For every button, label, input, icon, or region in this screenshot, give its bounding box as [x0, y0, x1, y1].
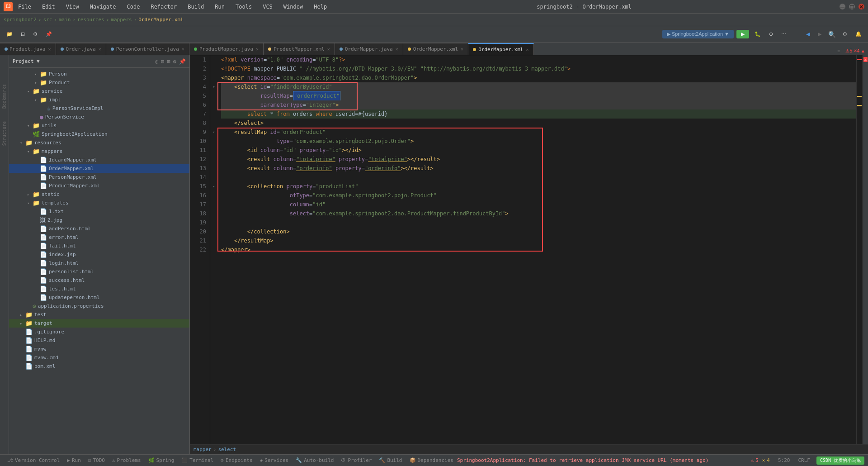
tree-item-static[interactable]: ▸ 📁 static — [9, 190, 189, 199]
tree-item-1txt[interactable]: 📄 1.txt — [9, 207, 189, 216]
tree-item-updateperson-html[interactable]: 📄 updateperson.html — [9, 293, 189, 302]
toolbar-collapse[interactable]: ⊟ — [18, 30, 28, 38]
tab-order-mapper-xml-1[interactable]: OrderMapper.xml ✕ — [403, 43, 468, 55]
breadcrumb-src[interactable]: src — [43, 17, 52, 23]
status-build[interactable]: 🔨 Build — [375, 457, 406, 463]
tree-item-product-mapper-xml[interactable]: 📄 ProductMapper.xml — [9, 181, 189, 190]
tree-item-idcard-mapper[interactable]: 📄 IdcardMapper.xml — [9, 156, 189, 164]
sidebar-expand-icon[interactable]: ⊞ — [167, 58, 170, 65]
status-profiler[interactable]: ⏱ Profiler — [337, 457, 375, 463]
tree-item-index-jsp[interactable]: 📄 index.jsp — [9, 250, 189, 259]
tree-item-help-md[interactable]: 📄 HELP.md — [9, 336, 189, 345]
tab-order-java[interactable]: Order.java ✕ — [56, 43, 106, 55]
tree-item-utils[interactable]: ▾ 📁 utils — [9, 121, 189, 130]
status-auto-build[interactable]: 🔧 Auto-build — [292, 457, 337, 463]
search-everywhere-button[interactable]: 🔍 — [827, 29, 837, 39]
tree-item-templates[interactable]: ▾ 📁 templates — [9, 199, 189, 207]
status-problems[interactable]: ⚠ Problems — [108, 457, 145, 463]
tab-product-mapper-java[interactable]: ProductMapper.java ✕ — [189, 43, 264, 55]
tab-close-order-mapper-java[interactable]: ✕ — [396, 47, 398, 52]
coverage-button[interactable]: ⊙ — [766, 30, 776, 38]
code-editor[interactable]: <?xml version="1.0" encoding="UTF-8"?> <… — [217, 55, 856, 444]
sidebar-locate-icon[interactable]: ◎ — [155, 58, 158, 65]
tab-close-order[interactable]: ✕ — [99, 47, 101, 52]
sidebar-collapse-icon[interactable]: ⊟ — [161, 58, 164, 65]
maximize-button[interactable]: □ — [849, 4, 855, 10]
tree-item-resources[interactable]: ▾ 📁 resources — [9, 138, 189, 147]
toolbar-settings[interactable]: ⚙ — [30, 30, 40, 38]
status-position[interactable]: 5:20 — [774, 457, 794, 463]
fold-9[interactable]: ▾ — [210, 128, 217, 137]
minimize-button[interactable]: ─ — [840, 4, 845, 10]
status-endpoints[interactable]: ⊙ Endpoints — [217, 457, 256, 463]
menu-build[interactable]: Build — [186, 3, 206, 11]
tree-item-addperson[interactable]: 📄 addPerson.html — [9, 224, 189, 233]
tab-close-order-mapper-xml-1[interactable]: ✕ — [461, 47, 463, 52]
tree-item-mvnw-cmd[interactable]: 📄 mvnw.cmd — [9, 353, 189, 362]
tree-item-personlist-html[interactable]: 📄 personlist.html — [9, 267, 189, 276]
tree-item-pom-xml[interactable]: 📄 pom.xml — [9, 362, 189, 371]
menu-window[interactable]: Window — [282, 3, 305, 11]
tree-item-person[interactable]: ▾ 📁 Person — [9, 70, 189, 78]
back-button[interactable]: ◀ — [803, 30, 812, 38]
menu-refactor[interactable]: Refactor — [149, 3, 179, 11]
status-dependencies[interactable]: 📦 Dependencies — [406, 457, 457, 463]
tree-item-target[interactable]: ▸ 📁 target — [9, 319, 189, 328]
tab-close-product-mapper-xml[interactable]: ✕ — [327, 47, 330, 52]
menu-tools[interactable]: Tools — [234, 3, 254, 11]
forward-button[interactable]: ▶ — [815, 30, 824, 38]
tree-item-person-mapper[interactable]: 📄 PersonMapper.xml — [9, 173, 189, 181]
close-button[interactable]: ✕ — [859, 4, 864, 10]
breadcrumb-resources[interactable]: resources — [77, 17, 104, 23]
breadcrumb-mapper[interactable]: mapper — [193, 447, 212, 452]
status-errors-warnings[interactable]: ⚠ 5 ✕ 4 — [747, 457, 774, 463]
status-version-control[interactable]: ⎇ Version Control — [4, 457, 63, 463]
debug-button[interactable]: 🐛 — [752, 30, 764, 38]
structure-icon[interactable]: Structure — [1, 119, 8, 147]
tree-item-impl[interactable]: ▾ 📁 impl — [9, 95, 189, 104]
breadcrumb-select[interactable]: select — [218, 447, 236, 452]
run-config-button[interactable]: ▶ Springboot2Application ▼ — [662, 30, 734, 38]
tree-item-application-props[interactable]: ⚙ application.properties — [9, 302, 189, 310]
fold-4[interactable]: ▾ — [210, 82, 217, 91]
tab-order-mapper-xml-active[interactable]: OrderMapper.xml ✕ — [468, 43, 533, 55]
notifications-button[interactable]: 🔔 — [853, 30, 864, 38]
tree-item-gitignore[interactable]: 📄 .gitignore — [9, 328, 189, 336]
breadcrumb-springboot2[interactable]: springboot2 — [4, 17, 37, 23]
tree-item-error-html[interactable]: 📄 error.html — [9, 233, 189, 242]
tree-item-person-service[interactable]: ● PersonService — [9, 113, 189, 121]
status-services[interactable]: ◈ Services — [256, 457, 292, 463]
menu-file[interactable]: File — [16, 3, 33, 11]
status-run[interactable]: ▶ Run — [63, 457, 85, 463]
breadcrumb-file[interactable]: OrderMapper.xml — [138, 17, 183, 23]
tree-item-service[interactable]: ▾ 📁 service — [9, 87, 189, 95]
toolbar-project-view[interactable]: 📁 — [4, 30, 15, 38]
tab-close-product[interactable]: ✕ — [48, 47, 51, 52]
tree-item-test-html[interactable]: 📄 test.html — [9, 285, 189, 293]
tree-item-product[interactable]: ▾ 📁 Product — [9, 78, 189, 87]
status-terminal[interactable]: ⬛ Terminal — [178, 457, 217, 463]
tree-item-springboot-app[interactable]: 🌿 Springboot2Application — [9, 130, 189, 138]
menu-navigate[interactable]: Navigate — [88, 3, 118, 11]
bookmarks-icon[interactable]: Bookmarks — [1, 82, 8, 110]
status-encoding[interactable]: CRLF — [794, 457, 814, 463]
tab-person-controller[interactable]: PersonController.java ✕ — [106, 43, 189, 55]
tree-item-2jpg[interactable]: 🖼 2.jpg — [9, 216, 189, 224]
toolbar-pin[interactable]: 📌 — [43, 30, 55, 38]
tree-item-order-mapper[interactable]: 📄 OrderMapper.xml — [9, 164, 189, 173]
sidebar-pin-icon[interactable]: 📌 — [179, 58, 186, 65]
menu-edit[interactable]: Edit — [40, 3, 57, 11]
tree-item-test-dir[interactable]: ▸ 📁 test — [9, 310, 189, 319]
tree-item-mvnw[interactable]: 📄 mvnw — [9, 345, 189, 353]
breadcrumb-main[interactable]: main — [59, 17, 71, 23]
run-button[interactable]: ▶ — [736, 30, 749, 38]
tab-product-java[interactable]: Product.java ✕ — [0, 43, 56, 55]
tab-error-indicator[interactable]: ⚠5 ✕4 ▲ — [843, 47, 868, 55]
menu-vcs[interactable]: VCS — [261, 3, 274, 11]
menu-code[interactable]: Code — [125, 3, 142, 11]
toolbar-more[interactable]: ⋯ — [778, 30, 789, 38]
tree-item-person-service-impl[interactable]: ☕ PersonServiceImpl — [9, 104, 189, 113]
tab-order-mapper-java[interactable]: OrderMapper.java ✕ — [335, 43, 403, 55]
error-count[interactable]: ⚠ — [863, 57, 868, 62]
tree-item-mappers[interactable]: ▾ 📁 mappers — [9, 147, 189, 156]
